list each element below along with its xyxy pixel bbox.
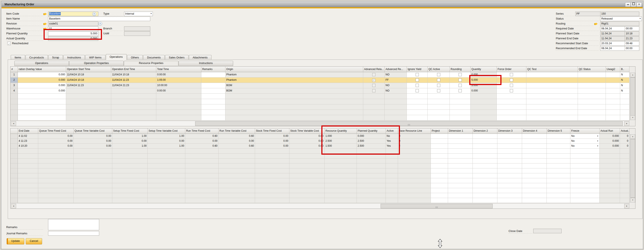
cell-base-resource-line[interactable]: 0 xyxy=(398,139,431,144)
cell-setup-time-variable-cost[interactable]: 0.00 xyxy=(148,139,185,144)
row-number-cell[interactable]: 3 xyxy=(10,83,18,88)
column-header-quantity[interactable]: Quantity xyxy=(470,67,497,72)
checkbox[interactable] xyxy=(416,89,419,92)
cell-queue-time-variable-cost[interactable]: 0.00 xyxy=(74,134,112,139)
column-header-b[interactable]: B.. xyxy=(620,67,630,72)
cell-actual[interactable]: 0 xyxy=(620,134,630,139)
checkbox[interactable] xyxy=(458,84,462,87)
update-button[interactable]: Update xyxy=(7,238,24,244)
recommended-end-time-field[interactable]: 00:00 xyxy=(625,46,639,51)
cell-dimension-1[interactable] xyxy=(448,139,473,144)
checkbox[interactable] xyxy=(510,89,513,92)
cell-force-order[interactable] xyxy=(497,88,526,94)
cell-end-date[interactable]: 4 10:20 xyxy=(18,144,38,149)
cell-stock-time-fixed-cost[interactable]: 0.00 xyxy=(255,139,289,144)
cell-operation-end-time[interactable] xyxy=(111,88,156,94)
cell-advanced-re[interactable]: NO xyxy=(385,72,407,78)
cell-operation-end-time[interactable]: 11/04/24 11:23 xyxy=(111,78,156,83)
resources-horizontal-scrollbar[interactable]: ◄ ► xyxy=(10,203,630,208)
column-header-qc-active[interactable]: QC Active xyxy=(428,67,450,72)
cell-qc-test[interactable] xyxy=(526,88,578,94)
revision-link-arrow[interactable] xyxy=(43,23,47,25)
cell-b[interactable]: N xyxy=(620,83,630,88)
checkbox[interactable] xyxy=(437,84,440,87)
cell-run-time-variable-cost[interactable]: 0.60 xyxy=(218,134,255,139)
cell-rounding[interactable] xyxy=(450,72,470,78)
column-header-setup-time-variable-cost[interactable]: Setup Time Variable Cost xyxy=(148,128,185,134)
cell-project[interactable] xyxy=(431,134,448,139)
column-header-dimension-4[interactable]: Dimension 4 xyxy=(522,128,547,134)
cell-qc-active[interactable] xyxy=(428,83,450,88)
cell-origin[interactable]: BOM xyxy=(226,83,363,88)
cell-advanced-re[interactable]: NO xyxy=(385,83,407,88)
cell-freeze[interactable]: No▼ xyxy=(570,144,600,149)
column-header-advanced-rela[interactable]: Advanced Rela... xyxy=(363,67,385,72)
cell-b[interactable]: N xyxy=(620,78,630,83)
cell-quantity[interactable]: 0.000 xyxy=(470,88,497,94)
cell-dimension-1[interactable] xyxy=(448,134,473,139)
cell-setup-time-fixed-cost[interactable]: 0.00 xyxy=(112,139,148,144)
cell-setup-time-fixed-cost[interactable]: 1.00 xyxy=(112,134,148,139)
cell-total-time[interactable]: 10:00:00 xyxy=(156,83,201,88)
tab-resource-properties[interactable]: Resource Properties xyxy=(124,61,178,66)
scrollbar-thumb[interactable] xyxy=(630,77,635,116)
cell-project[interactable] xyxy=(431,139,448,144)
cell-dimension-3[interactable] xyxy=(498,139,522,144)
cell-qc-active[interactable] xyxy=(428,88,450,94)
cell-advanced-re[interactable]: NO xyxy=(385,88,407,94)
cell-ration-overlay-value[interactable]: 0.000 xyxy=(18,78,66,83)
cell-run-time-fixed-cost[interactable]: 0.00 xyxy=(185,139,218,144)
cell-advanced-rela[interactable] xyxy=(363,88,385,94)
operations-vertical-scrollbar[interactable]: ▲ ▼ xyxy=(630,72,635,120)
cell-dimension-2[interactable] xyxy=(473,134,498,139)
revision-list-icon[interactable]: ≡ xyxy=(98,22,102,26)
row-number-cell[interactable]: 1 xyxy=(10,72,18,78)
cell-advanced-rela[interactable] xyxy=(363,78,385,83)
cell-base-resource-line[interactable]: 0 xyxy=(398,134,431,139)
cell-run-time-variable-cost[interactable]: 0.00 xyxy=(218,139,255,144)
cell-total-time[interactable]: 0:00:00 xyxy=(156,88,201,94)
column-header-qc-test[interactable]: QC Test xyxy=(526,67,578,72)
cell-qc-status[interactable] xyxy=(578,78,606,83)
recommended-start-date-field[interactable]: 20.03.24 xyxy=(600,41,626,46)
column-header-freeze[interactable]: Freeze xyxy=(570,128,600,134)
cell-remarks[interactable] xyxy=(201,72,226,78)
cell-rounding[interactable] xyxy=(450,88,470,94)
close-button[interactable]: × xyxy=(636,2,642,7)
column-header-col[interactable] xyxy=(10,128,18,134)
column-header-col[interactable]: # xyxy=(10,67,18,72)
cell-advanced-rela[interactable] xyxy=(363,72,385,78)
cell-rounding[interactable] xyxy=(450,83,470,88)
routing-link-arrow[interactable] xyxy=(594,23,598,25)
item-name-field[interactable]: Baseitem xyxy=(48,17,150,21)
row-number-cell[interactable] xyxy=(10,144,18,149)
cell-b[interactable]: N xyxy=(620,88,630,94)
checkbox[interactable] xyxy=(458,73,462,76)
remarks-textarea[interactable] xyxy=(48,219,99,230)
tab-operations[interactable]: Operations xyxy=(106,54,127,60)
cell-ration-overlay-value[interactable]: 0.000 xyxy=(18,83,66,88)
cell-uwagi2[interactable] xyxy=(606,72,620,78)
cell-operaton-start-time[interactable]: 11/04/24 10:18 xyxy=(66,78,111,83)
cell-end-date[interactable]: 4 11:02 xyxy=(18,134,38,139)
scroll-left-icon[interactable]: ◄ xyxy=(11,121,16,126)
cell-setup-time-fixed-cost[interactable]: 1.00 xyxy=(112,144,148,149)
required-time-field[interactable]: 00:00 xyxy=(625,27,639,31)
cell-operation-end-time[interactable]: 11/04/24 10:18 xyxy=(111,72,156,78)
scroll-left-icon[interactable]: ◄ xyxy=(11,204,16,208)
cell-qc-test[interactable] xyxy=(526,78,578,83)
cell-operation-end-time[interactable]: 11/04/24 21:23 xyxy=(111,83,156,88)
item-code-field[interactable]: Baseitem xyxy=(48,12,98,16)
maximize-button[interactable] xyxy=(631,2,636,7)
column-header-operation-end-time[interactable]: Operation End Time xyxy=(111,67,156,72)
scroll-down-icon[interactable]: ▼ xyxy=(630,115,635,120)
cell-b[interactable]: N xyxy=(620,72,630,78)
cell-qc-status[interactable] xyxy=(578,72,606,78)
cell-setup-time-variable-cost[interactable]: 1.00 xyxy=(148,134,185,139)
cell-actual-run[interactable]: 0.000 xyxy=(600,139,620,144)
recommended-end-date-field[interactable]: 06.04.24 xyxy=(600,46,626,51)
scroll-down-icon[interactable]: ▼ xyxy=(630,198,635,202)
column-header-dimension-1[interactable]: Dimension 1 xyxy=(448,128,473,134)
cell-dimension-4[interactable] xyxy=(522,139,547,144)
checkbox[interactable] xyxy=(416,73,419,76)
